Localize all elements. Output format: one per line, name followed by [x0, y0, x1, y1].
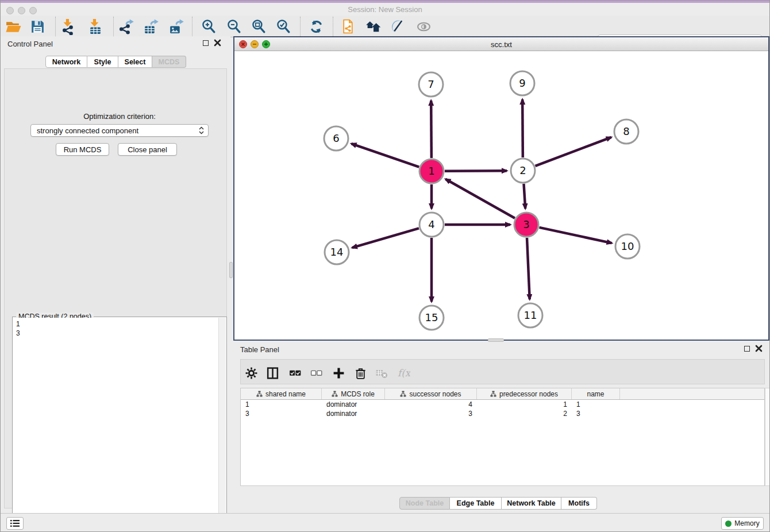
graph-edge-1-2[interactable] — [445, 171, 507, 171]
export-table-button[interactable] — [141, 17, 160, 36]
columns-icon — [266, 367, 279, 380]
table-row[interactable]: 3dominator323 — [241, 409, 764, 418]
table-cell[interactable]: 1 — [572, 400, 620, 409]
svg-text:f(x): f(x) — [398, 367, 410, 379]
refresh-icon — [308, 18, 325, 35]
delete-column-button[interactable] — [353, 366, 368, 380]
mcds-result-box: MCDS result (2 nodes) 13 — [12, 317, 227, 532]
close-table-panel-icon[interactable] — [755, 345, 763, 352]
import-network-button[interactable] — [59, 17, 78, 36]
column-header-successor-nodes[interactable]: successor nodes — [385, 388, 477, 399]
table-cell[interactable]: dominator — [322, 409, 385, 418]
save-session-icon — [29, 18, 46, 35]
export-network-button[interactable] — [116, 17, 136, 36]
export-image-button[interactable] — [166, 17, 186, 36]
graph-edge-4-14[interactable] — [352, 228, 419, 248]
graph-node-label-7: 7 — [428, 78, 434, 90]
column-header-name[interactable]: name — [572, 388, 620, 399]
tab-edge-table[interactable]: Edge Table — [450, 497, 502, 510]
table-cell[interactable]: 1 — [477, 400, 572, 409]
zoom-selected-button[interactable] — [274, 17, 293, 36]
graph-edge-2-8[interactable] — [536, 137, 611, 166]
column-header-shared-name[interactable]: shared name — [241, 388, 322, 399]
table-cell[interactable]: dominator — [322, 400, 385, 409]
gear-button[interactable] — [244, 366, 259, 380]
table-cell[interactable]: 1 — [241, 400, 322, 409]
open-session-button[interactable] — [3, 17, 23, 36]
scrollbar[interactable] — [218, 318, 226, 532]
columns-button[interactable] — [265, 366, 280, 380]
column-header-label: shared name — [265, 390, 306, 398]
zoom-in-button[interactable] — [199, 17, 218, 36]
save-session-button[interactable] — [28, 17, 47, 36]
zoom-out-button[interactable] — [224, 17, 244, 36]
column-header-predecessor-nodes[interactable]: predecessor nodes — [477, 388, 572, 399]
add-column-icon — [332, 367, 345, 380]
graph-edge-2-3[interactable] — [523, 184, 525, 209]
column-header-label: predecessor nodes — [499, 390, 558, 398]
table-cell[interactable]: 3 — [385, 409, 477, 418]
table-panel: Table Panel f(x) shared nameMCDS rolesuc… — [233, 342, 770, 513]
status-bar: Memory — [1, 513, 769, 532]
toolbar-separator — [192, 17, 192, 36]
table-cell[interactable]: 3 — [572, 409, 620, 418]
tab-select[interactable]: Select — [118, 56, 152, 68]
memory-button[interactable]: Memory — [721, 517, 764, 530]
table-body: 1dominator4113dominator323 — [241, 400, 764, 418]
close-panel-icon[interactable] — [214, 39, 221, 47]
import-table-button[interactable] — [85, 17, 105, 36]
deselect-all-button[interactable] — [309, 366, 324, 380]
select-all-button[interactable] — [287, 366, 302, 380]
task-history-button[interactable] — [6, 517, 24, 530]
tab-network-table[interactable]: Network Table — [502, 497, 561, 510]
zoom-selected-icon — [275, 18, 292, 35]
close-panel-button[interactable]: Close panel — [118, 143, 177, 156]
tab-style[interactable]: Style — [87, 56, 118, 68]
mcds-result-line: 3 — [16, 329, 218, 338]
graph-node-label-8: 8 — [623, 125, 629, 137]
mcds-result-list: 13 — [13, 318, 218, 532]
tab-node-table[interactable]: Node Table — [399, 497, 450, 510]
table-cell[interactable]: 4 — [385, 400, 477, 409]
table-header-row: shared nameMCDS rolesuccessor nodesprede… — [241, 388, 764, 400]
mcds-result-line: 1 — [16, 319, 218, 329]
table-cell[interactable]: 3 — [241, 409, 322, 418]
column-type-icon — [490, 391, 496, 397]
tab-mcds[interactable]: MCDS — [152, 56, 186, 68]
float-table-panel-icon[interactable] — [744, 346, 750, 352]
table-cell[interactable]: 2 — [477, 409, 572, 418]
memory-label: Memory — [734, 519, 759, 527]
scrollbar[interactable] — [765, 388, 770, 486]
graph-edge-2-9[interactable] — [522, 99, 523, 157]
network-file-button[interactable] — [338, 17, 358, 36]
column-header-MCDS-role[interactable]: MCDS role — [322, 388, 385, 399]
float-panel-icon[interactable] — [203, 40, 209, 46]
column-type-icon — [332, 391, 338, 397]
list-icon — [10, 519, 20, 527]
home-icon — [365, 18, 382, 35]
panel-splitter-handle[interactable] — [229, 262, 233, 278]
zoom-fit-button[interactable] — [249, 17, 268, 36]
eye-button[interactable] — [414, 17, 433, 36]
graph-edge-1-6[interactable] — [351, 144, 419, 167]
control-panel-tabs: NetworkStyleSelectMCDS — [45, 56, 186, 68]
toolbar-separator — [55, 17, 56, 36]
tab-motifs[interactable]: Motifs — [561, 497, 597, 510]
refresh-button[interactable] — [306, 17, 326, 36]
run-mcds-button[interactable]: Run MCDS — [56, 143, 109, 156]
graph-edge-3-11[interactable] — [527, 238, 530, 299]
graph-edge-3-10[interactable] — [539, 228, 611, 243]
column-header-label: name — [587, 390, 604, 398]
table-row[interactable]: 1dominator411 — [241, 400, 764, 409]
function-builder-icon: f(x) — [397, 367, 410, 380]
network-canvas[interactable]: 7968124314101511 — [234, 51, 768, 339]
criterion-dropdown[interactable]: strongly connected component — [30, 124, 209, 137]
control-panel-title: Control Panel — [7, 40, 53, 48]
home-button[interactable] — [363, 17, 383, 36]
graph-edge-1-7[interactable] — [431, 101, 432, 158]
control-panel-header: Control Panel — [1, 36, 230, 51]
graph-edge-3-1[interactable] — [445, 179, 515, 218]
add-column-button[interactable] — [331, 366, 346, 380]
tab-network[interactable]: Network — [45, 56, 87, 68]
details-button[interactable] — [388, 17, 407, 36]
